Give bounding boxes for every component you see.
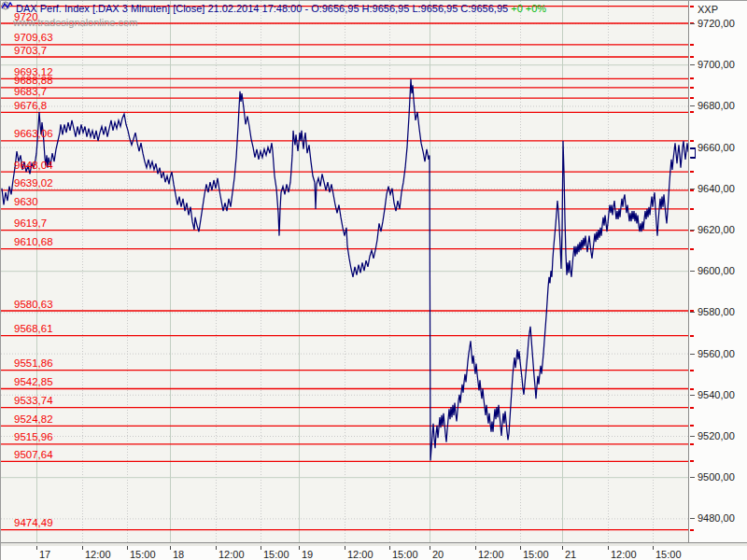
price-axis-tick (690, 354, 695, 355)
time-axis-label: 12:00 (218, 549, 245, 560)
sr-line-axis-tick (690, 443, 694, 445)
price-axis-label: 9640,00 (698, 183, 735, 194)
time-axis-tick (608, 546, 609, 550)
price-axis-tick (690, 23, 695, 24)
sr-line-axis-tick (690, 44, 694, 46)
chart-change-text: +0 +0% (511, 3, 546, 14)
price-axis-label: 9500,00 (698, 471, 735, 483)
price-axis-tick (690, 64, 695, 65)
sr-line-label: 9703,7 (14, 45, 47, 56)
time-axis[interactable]: 1712:0015:001812:0015:001912:0015:002012… (1, 546, 747, 560)
price-axis-tick (690, 271, 695, 272)
price-axis-label: 9480,00 (698, 512, 735, 524)
time-axis-label: 15:00 (130, 549, 156, 560)
sr-line-label: 9630 (14, 196, 38, 207)
time-axis-tick (345, 546, 345, 550)
price-axis-tick (690, 312, 695, 313)
sr-line-label: 9542,85 (14, 376, 53, 387)
time-axis-tick (430, 546, 430, 550)
time-axis-day-label: 19 (302, 549, 313, 560)
time-axis-label: 12:00 (85, 549, 111, 560)
sr-line-axis-tick (690, 6, 694, 7)
sr-line-axis-tick (690, 335, 694, 337)
price-axis-tick (690, 105, 695, 106)
sr-line-axis-tick (690, 388, 694, 390)
sr-line-axis-tick (690, 97, 694, 99)
last-price-marker (690, 147, 696, 159)
sr-line-label: 9709,63 (14, 32, 53, 43)
price-axis-label: 9580,00 (698, 306, 735, 317)
sr-line-axis-tick (690, 56, 694, 58)
price-axis-label: 9600,00 (698, 265, 735, 276)
price-axis-label: 9680,00 (698, 100, 735, 111)
time-axis-day-label: 20 (432, 549, 444, 560)
sr-line-label: 9676,8 (14, 100, 47, 111)
line-chart-icon (1, 1, 13, 11)
sr-line-axis-tick (690, 529, 694, 531)
sr-line-label: 9639,02 (14, 177, 53, 189)
sr-line-axis-tick (690, 140, 694, 142)
sr-line-label: 9648,04 (14, 160, 53, 171)
sr-line-label: 9663,06 (14, 128, 53, 139)
time-axis-label: 15:00 (655, 549, 682, 560)
price-axis-label: 9700,00 (698, 59, 735, 70)
time-axis-tick (82, 546, 83, 550)
sr-line-axis-tick (690, 208, 694, 210)
sr-line-label: 9619,7 (14, 217, 47, 229)
time-axis-tick (216, 546, 217, 550)
time-axis-tick (562, 546, 563, 550)
sr-line-axis-tick (690, 171, 694, 173)
price-axis-tick (690, 230, 695, 231)
time-axis-tick (299, 546, 300, 550)
time-axis-label: 15:00 (523, 549, 549, 560)
time-axis-label: 15:00 (263, 549, 289, 560)
price-axis-label: 9660,00 (698, 142, 735, 153)
sr-line-label: 9551,86 (14, 357, 53, 369)
price-axis-label: 9520,00 (698, 430, 735, 441)
chart-header-text: DAX Perf. Index [.DAX 3 Minuten] [Close]… (16, 3, 508, 14)
sr-line-label: 9533,74 (14, 395, 53, 406)
time-axis-label: 12:00 (611, 549, 637, 560)
axis-top-label: XXP (698, 4, 718, 15)
sr-line-axis-tick (690, 425, 694, 427)
chart-canvas (1, 1, 689, 542)
price-axis-label: 9540,00 (698, 389, 735, 400)
sr-line-axis-tick (690, 87, 694, 89)
price-axis-tick (690, 477, 695, 478)
time-axis-tick (475, 546, 476, 550)
price-axis-label: 9560,00 (698, 348, 735, 359)
sr-line-label: 9610,68 (14, 236, 53, 247)
chart-window: DAX Perf. Index [.DAX 3 Minuten] [Close]… (0, 0, 747, 560)
price-axis[interactable]: XXP 9720,009700,009680,009660,009640,009… (690, 1, 747, 542)
chart-header: DAX Perf. Index [.DAX 3 Minuten] [Close]… (16, 3, 546, 14)
sr-line-label: 9515,96 (14, 431, 53, 442)
sr-line-axis-tick (690, 370, 694, 371)
price-axis-label: 9620,00 (698, 224, 735, 235)
sr-line-label: 9683,7 (14, 86, 47, 97)
chart-plot-area[interactable]: DAX Perf. Index [.DAX 3 Minuten] [Close]… (1, 1, 689, 542)
sr-line-axis-tick (690, 77, 694, 79)
sr-line-axis-tick (690, 248, 694, 250)
sr-line-label: 9507,64 (14, 449, 53, 460)
sr-line-axis-tick (690, 407, 694, 409)
time-axis-day-label: 17 (39, 549, 50, 560)
price-axis-label: 9720,00 (698, 18, 735, 29)
sr-line-axis-tick (690, 111, 694, 113)
price-axis-tick (690, 395, 695, 396)
time-axis-label: 12:00 (478, 549, 504, 560)
time-axis-day-label: 21 (565, 549, 576, 560)
time-axis-label: 12:00 (347, 549, 374, 560)
time-axis-tick (389, 546, 390, 550)
sr-line-label: 9474,49 (14, 517, 53, 528)
sr-line-label: 9568,61 (14, 323, 53, 334)
price-axis-tick (690, 518, 695, 519)
time-axis-tick (261, 546, 261, 550)
time-axis-label: 15:00 (392, 549, 418, 560)
sr-line-axis-tick (690, 189, 694, 191)
price-axis-tick (690, 189, 695, 189)
price-axis-tick (690, 436, 695, 437)
sr-line-label: 9524,82 (14, 413, 53, 425)
time-axis-day-label: 18 (173, 549, 184, 560)
time-axis-tick (170, 546, 171, 550)
sr-line-axis-tick (690, 460, 694, 462)
